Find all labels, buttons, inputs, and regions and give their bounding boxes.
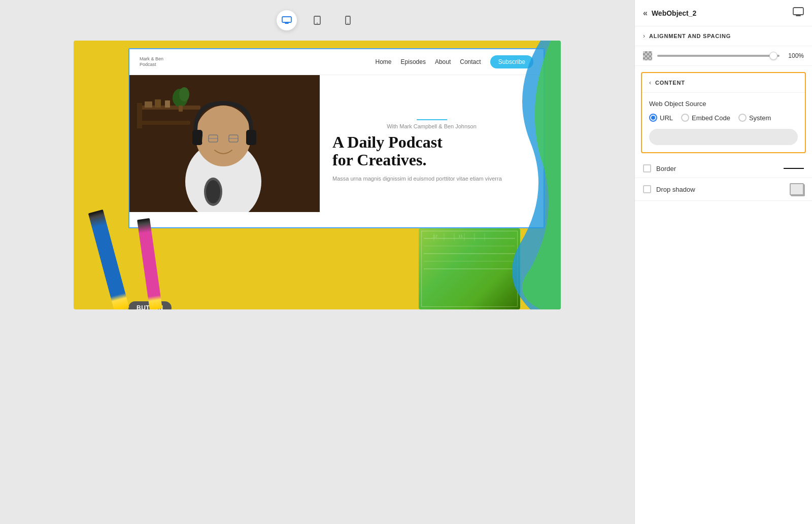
radio-url[interactable]: URL — [649, 114, 673, 122]
border-row: Border — [635, 159, 812, 178]
svg-rect-8 — [137, 103, 142, 128]
sidebar-title: WebObject_2 — [652, 9, 696, 17]
svg-rect-0 — [282, 17, 291, 22]
canvas-frame: Mark & Ben Podcast Home Episodes About C… — [74, 41, 561, 309]
url-input-bar[interactable] — [649, 129, 798, 145]
podcast-site: Mark & Ben Podcast Home Episodes About C… — [129, 49, 544, 227]
site-body: With Mark Campbell & Ben Johnson A Daily… — [129, 75, 544, 227]
opacity-value: 100% — [785, 52, 804, 59]
logo-sub: Podcast — [140, 62, 163, 67]
back-navigation[interactable]: « WebObject_2 — [643, 9, 696, 18]
person-illustration — [129, 75, 320, 212]
mobile-device-button[interactable] — [337, 10, 358, 30]
content-section-label: CONTENT — [655, 80, 685, 86]
desktop-device-button[interactable] — [277, 10, 297, 30]
svg-rect-11 — [165, 100, 170, 108]
content-section: ‹ CONTENT Web Object Source URL Embed Co… — [641, 72, 806, 153]
drop-shadow-checkbox[interactable] — [643, 185, 651, 193]
svg-text:12: 12 — [433, 234, 437, 238]
radio-system-circle — [738, 114, 747, 122]
logo-name: Mark & Ben — [140, 56, 163, 62]
tablet-device-button[interactable] — [307, 10, 327, 30]
content-chevron: ‹ — [649, 79, 651, 86]
wave-decoration — [500, 41, 561, 309]
radio-group: URL Embed Code System — [649, 114, 798, 122]
svg-point-23 — [206, 180, 220, 203]
radio-url-inner — [651, 116, 655, 120]
radio-system[interactable]: System — [738, 114, 771, 122]
preview-icon[interactable] — [793, 7, 804, 19]
opacity-slider[interactable] — [657, 55, 780, 57]
pencil-decoration-2 — [137, 218, 162, 309]
border-label: Border — [656, 165, 784, 172]
nav-home[interactable]: Home — [376, 58, 392, 65]
drop-shadow-row: Drop shadow — [635, 178, 812, 201]
radio-embed[interactable]: Embed Code — [681, 114, 730, 122]
headline-line2: for Creatives. — [332, 151, 426, 169]
opacity-row: 100% — [635, 46, 812, 66]
svg-rect-18 — [246, 130, 256, 145]
sidebar-header: « WebObject_2 — [635, 0, 812, 26]
border-checkbox[interactable] — [643, 164, 651, 172]
with-line — [417, 119, 447, 120]
opacity-checker-icon — [643, 51, 652, 60]
svg-rect-10 — [155, 99, 161, 108]
radio-url-circle — [649, 114, 657, 122]
alignment-section-row[interactable]: › ALIGNMENT AND SPACING — [635, 26, 812, 46]
svg-rect-9 — [145, 101, 152, 108]
drop-shadow-label: Drop shadow — [656, 186, 790, 193]
svg-text:11: 11 — [458, 234, 463, 238]
web-object-source-label: Web Object Source — [649, 100, 798, 108]
alignment-chevron: › — [643, 32, 645, 40]
device-toolbar — [277, 10, 358, 30]
site-image — [129, 75, 320, 212]
opacity-thumb — [769, 52, 777, 60]
svg-point-4 — [347, 23, 348, 24]
content-section-header[interactable]: ‹ CONTENT — [642, 73, 805, 93]
svg-rect-14 — [179, 106, 183, 112]
border-preview — [784, 168, 804, 169]
nav-about[interactable]: About — [435, 58, 451, 65]
svg-rect-17 — [192, 130, 202, 145]
site-nav: Mark & Ben Podcast Home Episodes About C… — [129, 49, 544, 75]
nav-episodes[interactable]: Episodes — [401, 58, 426, 65]
alignment-section-label: ALIGNMENT AND SPACING — [649, 33, 731, 39]
pencil-decoration-1 — [88, 209, 129, 309]
svg-rect-37 — [793, 8, 803, 15]
headline-line1: A Daily Podcast — [332, 133, 443, 151]
content-body: Web Object Source URL Embed Code S — [642, 93, 805, 152]
radio-system-label: System — [749, 114, 771, 122]
sidebar: « WebObject_2 › ALIGNMENT AND SPACING 10… — [634, 0, 812, 524]
back-icon: « — [643, 9, 648, 18]
radio-url-label: URL — [660, 114, 673, 122]
drop-shadow-preview — [790, 183, 804, 195]
svg-rect-7 — [140, 121, 190, 125]
nav-contact[interactable]: Contact — [460, 58, 481, 65]
radio-embed-circle — [681, 114, 689, 122]
radio-embed-label: Embed Code — [692, 114, 730, 122]
web-object[interactable]: Mark & Ben Podcast Home Episodes About C… — [128, 48, 545, 228]
site-logo: Mark & Ben Podcast — [140, 56, 163, 67]
svg-point-13 — [179, 87, 189, 101]
svg-point-2 — [317, 23, 318, 24]
